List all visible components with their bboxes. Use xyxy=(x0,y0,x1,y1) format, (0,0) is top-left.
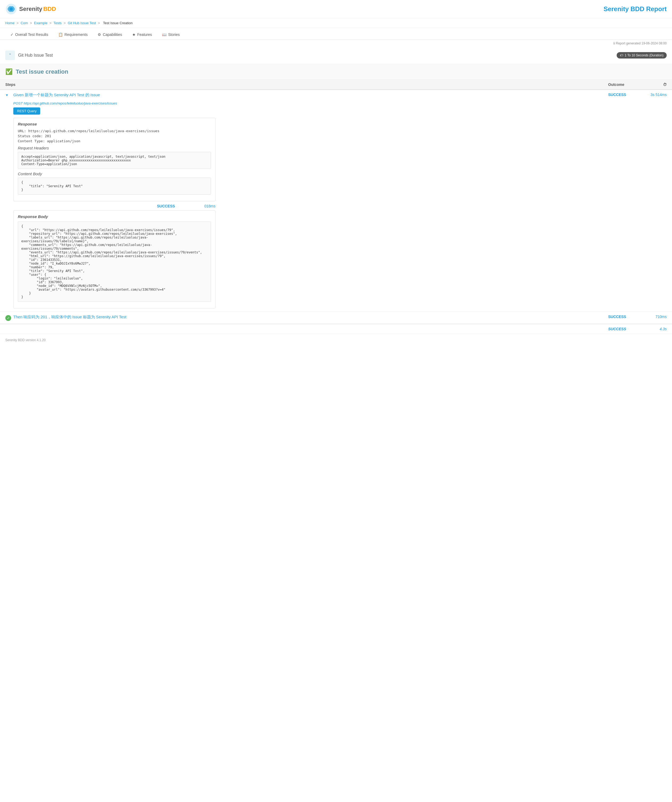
request-headers-content: Accept=application/json, application/jav… xyxy=(18,152,211,169)
report-meta: ℹ Report generated 19-06-2024 08:00 xyxy=(0,40,672,47)
step-1-duration: 3s 514ms xyxy=(640,92,667,97)
step-2-outcome: SUCCESS xyxy=(608,315,640,319)
response-box: Response URL: https://api.github.com/rep… xyxy=(13,118,215,201)
breadcrumb: Home > Com > Example > Tests > Git Hub I… xyxy=(0,18,672,28)
step-2-row: ✓ Then 响应码为 201，响应体中的 Issue 标题为 Serenity… xyxy=(0,312,672,324)
page-footer: Serenity BDD version 4.1.20 xyxy=(0,334,672,346)
substep-outcome-row: SUCCESS 018ms xyxy=(13,204,215,208)
logo-area: Serenity BDD xyxy=(5,3,56,15)
steps-col-header: Steps xyxy=(5,82,608,87)
chevron-down-icon xyxy=(5,92,8,97)
response-url-line: URL: https://api.github.com/repos/leilei… xyxy=(18,129,211,133)
response-title: Response xyxy=(18,122,211,126)
scenario-title: Test issue creation xyxy=(16,68,68,75)
test-name-section: “ Git Hub Issue Test 🏷 1 To 10 Seconds (… xyxy=(0,47,672,64)
breadcrumb-github-issue-test[interactable]: Git Hub Issue Test xyxy=(68,21,96,25)
svg-point-1 xyxy=(10,7,13,11)
tab-overall-test-results[interactable]: ✓ Overall Test Results xyxy=(5,29,53,40)
rest-details: POST https://api.github.com/repos/leilei… xyxy=(13,101,667,309)
tab-overall-icon: ✓ xyxy=(10,32,14,37)
footer-text: Serenity BDD version 4.1.20 xyxy=(5,338,45,342)
breadcrumb-example[interactable]: Example xyxy=(34,21,48,25)
step-1-content: Given 新增一个标题为 Serenity API Test 的 Issue xyxy=(13,92,608,98)
tab-capabilities-icon: ⚙ xyxy=(98,32,101,37)
breadcrumb-com[interactable]: Com xyxy=(21,21,28,25)
response-content-type-line: Content Type: application/json xyxy=(18,139,211,143)
test-name-left: “ Git Hub Issue Test xyxy=(5,50,53,60)
scenario-success-icon: ✅ xyxy=(5,68,13,75)
step-1-row: Given 新增一个标题为 Serenity API Test 的 Issue … xyxy=(0,90,672,312)
step-1-outcome: SUCCESS xyxy=(608,92,640,97)
content-body-content: { "title": "Serenity API Test" } xyxy=(18,178,211,195)
logo-text: Serenity BDD xyxy=(19,6,56,13)
tab-features-icon: ★ xyxy=(132,32,136,37)
step-2-icon-cell: ✓ xyxy=(5,315,13,321)
step-2-content: Then 响应码为 201，响应体中的 Issue 标题为 Serenity A… xyxy=(13,315,608,320)
info-icon: ℹ xyxy=(614,42,615,45)
tab-features[interactable]: ★ Features xyxy=(127,29,157,40)
step-1-toggle[interactable] xyxy=(5,92,12,97)
steps-table-header: Steps Outcome ⏱ xyxy=(0,80,672,90)
logo-bdd-text: BDD xyxy=(44,6,56,12)
tab-requirements-icon: 📋 xyxy=(58,32,63,37)
tab-requirements[interactable]: 📋 Requirements xyxy=(53,29,92,40)
tab-capabilities[interactable]: ⚙ Capabilities xyxy=(92,29,127,40)
report-title: Serenity BDD Report xyxy=(604,5,667,13)
tag-icon: 🏷 xyxy=(620,53,623,57)
response-status-line: Status code: 201 xyxy=(18,134,211,138)
breadcrumb-home[interactable]: Home xyxy=(5,21,15,25)
duration-badge: 🏷 1 To 10 Seconds (Duration) xyxy=(617,52,667,58)
step-1-main: Given 新增一个标题为 Serenity API Test 的 Issue … xyxy=(0,90,672,100)
breadcrumb-current: Test Issue Creation xyxy=(103,21,133,25)
tab-stories[interactable]: 📖 Stories xyxy=(157,29,185,40)
nav-tabs: ✓ Overall Test Results 📋 Requirements ⚙ … xyxy=(0,29,672,40)
outcome-col-header: Outcome xyxy=(608,82,640,87)
step-2-duration: 710ms xyxy=(640,315,667,319)
breadcrumb-tests[interactable]: Tests xyxy=(53,21,62,25)
response-body-box: Response Body { "url": "https://api.gith… xyxy=(13,210,215,309)
step-1-label[interactable]: Given 新增一个标题为 Serenity API Test 的 Issue xyxy=(13,92,608,98)
step-2-label[interactable]: Then 响应码为 201，响应体中的 Issue 标题为 Serenity A… xyxy=(13,315,608,320)
step-2-success-icon: ✓ xyxy=(5,315,11,321)
quote-icon: “ xyxy=(5,50,15,60)
scenario-section: ✅ Test issue creation xyxy=(0,64,672,80)
response-body-title: Response Body xyxy=(18,214,211,219)
step-2-main: ✓ Then 响应码为 201，响应体中的 Issue 标题为 Serenity… xyxy=(0,312,672,323)
content-body-title: Content Body xyxy=(18,171,211,176)
substep-outcome: SUCCESS xyxy=(157,204,189,208)
totals-row: SUCCESS 4.3s xyxy=(0,324,672,334)
totals-duration: 4.3s xyxy=(640,327,667,331)
test-name-title: Git Hub Issue Test xyxy=(18,53,53,58)
rest-query-button[interactable]: REST Query xyxy=(13,107,40,115)
tab-stories-icon: 📖 xyxy=(162,32,167,37)
duration-col-header: ⏱ xyxy=(640,82,667,87)
response-body-content: { "url": "https://api.github.com/repos/l… xyxy=(18,222,211,302)
page-header: Serenity BDD Serenity BDD Report xyxy=(0,0,672,18)
serenity-logo-icon xyxy=(5,3,17,15)
post-url: POST https://api.github.com/repos/leilei… xyxy=(13,101,667,105)
substep-duration: 018ms xyxy=(189,204,215,208)
totals-outcome: SUCCESS xyxy=(608,327,640,331)
request-headers-title: Request Headers xyxy=(18,146,211,150)
